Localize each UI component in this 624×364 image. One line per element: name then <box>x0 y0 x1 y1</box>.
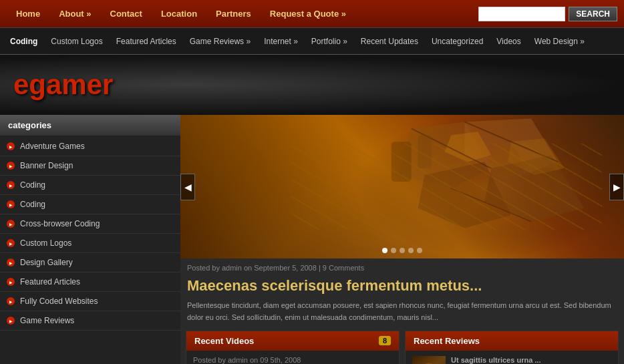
sidebar-item-game-reviews[interactable]: Game Reviews <box>0 311 180 331</box>
bullet-icon <box>7 142 15 150</box>
main-content: categories Adventure Games Banner Design… <box>0 115 624 364</box>
sidebar-label: Banner Design <box>20 161 73 170</box>
logo-accent: e <box>13 69 29 100</box>
post-excerpt: Pellentesque tincidunt, diam eget accums… <box>180 300 624 330</box>
recent-videos-box: Recent Videos 8 Posted by admin on 09 5t… <box>186 331 400 364</box>
bullet-icon <box>7 162 15 170</box>
slider-dot-2[interactable] <box>400 248 405 253</box>
sidebar-item-banner-design[interactable]: Banner Design <box>0 156 180 176</box>
nav-location[interactable]: Location <box>152 9 206 19</box>
sidebar-label: Game Reviews <box>20 316 74 325</box>
bullet-icon <box>7 181 15 189</box>
slider-dot-1[interactable] <box>391 248 396 253</box>
bullet-icon <box>7 278 15 286</box>
secnav-portfolio[interactable]: Portfolio » <box>305 37 354 46</box>
recent-videos-header: Recent Videos 8 <box>186 331 399 351</box>
sidebar-item-fully-coded-websites[interactable]: Fully Coded Websites <box>0 292 180 311</box>
post-meta: Posted by admin on September 5, 2008 | 9… <box>180 258 624 275</box>
sidebar-item-adventure-games[interactable]: Adventure Games <box>0 137 180 156</box>
two-column-section: Recent Videos 8 Posted by admin on 09 5t… <box>180 331 624 364</box>
review-item-0: Ut sagittis ultrices urna ... Posted by … <box>406 351 618 364</box>
sidebar-item-coding-1[interactable]: Coding <box>0 176 180 195</box>
secnav-coding[interactable]: Coding <box>3 37 44 46</box>
search-input[interactable] <box>478 7 565 21</box>
review-thumb-img-0 <box>412 356 446 364</box>
bullet-icon <box>7 317 15 325</box>
slider-dots <box>382 248 422 253</box>
secnav-game-reviews[interactable]: Game Reviews » <box>183 37 257 46</box>
secondary-navigation: Coding Custom Logos Featured Articles Ga… <box>0 27 624 55</box>
sidebar-label: Adventure Games <box>20 142 85 151</box>
post-title: Maecenas scelerisque fermentum metus... <box>180 275 624 300</box>
recent-videos-badge: 8 <box>379 336 391 345</box>
svg-line-9 <box>451 188 531 222</box>
nav-home[interactable]: Home <box>7 9 49 19</box>
slider-dot-4[interactable] <box>417 248 422 253</box>
slider-decoration <box>358 115 624 258</box>
video-post-meta: Posted by admin on 09 5th, 2008 <box>186 351 399 364</box>
sidebar-item-featured-articles[interactable]: Featured Articles <box>0 272 180 292</box>
bullet-icon <box>7 200 15 208</box>
categories-header: categories <box>0 115 180 136</box>
sidebar-item-custom-logos[interactable]: Custom Logos <box>0 234 180 253</box>
sidebar-item-coding-2[interactable]: Coding <box>0 195 180 214</box>
svg-marker-3 <box>484 155 584 222</box>
review-thumb-0[interactable] <box>412 356 446 364</box>
sidebar-item-design-gallery[interactable]: Design Gallery <box>0 253 180 272</box>
secnav-uncategorized[interactable]: Uncategorized <box>425 37 490 46</box>
sidebar: categories Adventure Games Banner Design… <box>0 115 180 364</box>
slider-image <box>180 115 624 258</box>
sidebar-label: Featured Articles <box>20 277 80 287</box>
svg-point-13 <box>524 168 565 208</box>
sidebar-item-cross-browser-coding[interactable]: Cross-browser Coding <box>0 214 180 234</box>
recent-reviews-box: Recent Reviews <box>405 331 619 364</box>
bullet-icon <box>7 258 15 266</box>
search-button[interactable]: SEARCH <box>569 7 617 21</box>
secnav-featured-articles[interactable]: Featured Articles <box>110 37 183 46</box>
secnav-recent-updates[interactable]: Recent Updates <box>354 37 425 46</box>
featured-post: Posted by admin on September 5, 2008 | 9… <box>180 258 624 331</box>
sidebar-label: Fully Coded Websites <box>20 297 98 306</box>
recent-reviews-header: Recent Reviews <box>406 331 618 351</box>
content-area: ◀ ▶ Posted by admin on September 5, 2008… <box>180 115 624 364</box>
nav-contact[interactable]: Contact <box>101 9 152 19</box>
svg-marker-6 <box>508 138 565 175</box>
slider-dot-0[interactable] <box>382 248 387 253</box>
svg-rect-11 <box>418 135 431 168</box>
slider-dot-3[interactable] <box>408 248 414 253</box>
top-navigation: Home About » Contact Location Partners R… <box>0 0 624 27</box>
nav-partners[interactable]: Partners <box>206 9 261 19</box>
sidebar-label: Coding <box>20 180 45 190</box>
recent-reviews-label: Recent Reviews <box>414 336 480 346</box>
secnav-internet[interactable]: Internet » <box>257 37 305 46</box>
sidebar-label: Coding <box>20 200 45 209</box>
sidebar-label: Cross-browser Coding <box>20 219 100 228</box>
nav-about[interactable]: About » <box>49 9 100 19</box>
slider-next-arrow[interactable]: ▶ <box>609 174 624 200</box>
review-info-0: Ut sagittis ultrices urna ... Posted by … <box>451 356 611 364</box>
secnav-custom-logos[interactable]: Custom Logos <box>44 37 109 46</box>
bullet-icon <box>7 220 15 228</box>
logo-name: gamer <box>29 69 113 100</box>
review-title-0[interactable]: Ut sagittis ultrices urna ... <box>451 356 611 364</box>
svg-marker-4 <box>418 162 510 228</box>
header-banner: egamer <box>0 55 624 115</box>
recent-videos-label: Recent Videos <box>194 336 254 346</box>
bullet-icon <box>7 297 15 305</box>
bullet-icon <box>7 239 15 247</box>
site-logo: egamer <box>13 69 113 101</box>
search-area: SEARCH <box>478 7 617 21</box>
svg-point-12 <box>488 145 521 178</box>
slider-prev-arrow[interactable]: ◀ <box>180 174 195 200</box>
svg-rect-10 <box>391 142 411 182</box>
secnav-web-design[interactable]: Web Design » <box>528 37 591 46</box>
sidebar-label: Design Gallery <box>20 258 73 267</box>
secnav-videos[interactable]: Videos <box>490 37 527 46</box>
image-slider: ◀ ▶ <box>180 115 624 258</box>
nav-quote[interactable]: Request a Quote » <box>261 9 355 19</box>
sidebar-label: Custom Logos <box>20 238 71 248</box>
